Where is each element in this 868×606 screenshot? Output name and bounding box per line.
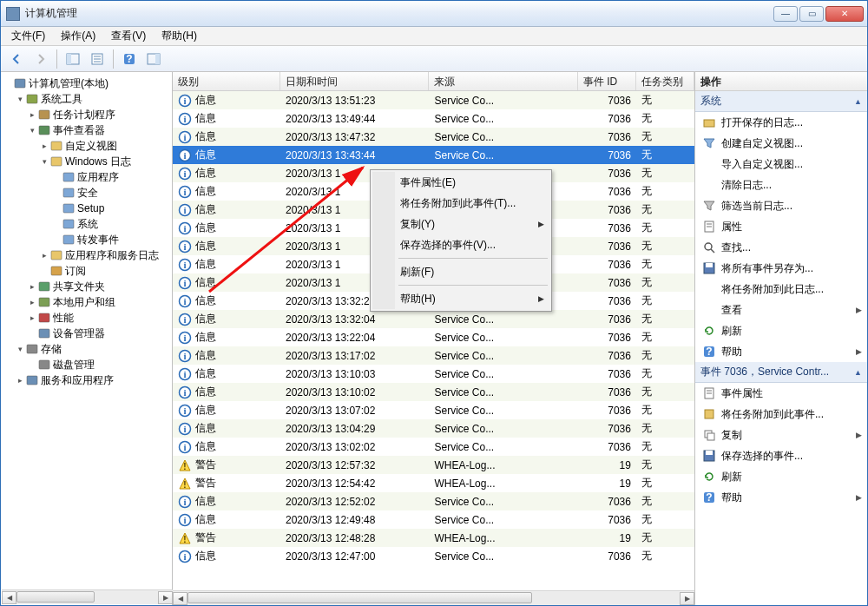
actions-section-system[interactable]: 系统▲ (695, 91, 867, 112)
table-row[interactable]: i信息2020/3/13 12:47:00Service Co...7036无 (173, 547, 694, 565)
context-menu-item[interactable]: 帮助(H)▶ (372, 288, 549, 309)
tree-item[interactable]: ▸性能 (1, 310, 172, 326)
table-row[interactable]: i信息2020/3/13 13:10:02Service Co...7036无 (173, 383, 694, 401)
scroll-left-button[interactable]: ◀ (173, 592, 187, 605)
scroll-right-button[interactable]: ▶ (158, 591, 173, 604)
titlebar[interactable]: 计算机管理 — ▭ ✕ (1, 1, 867, 27)
context-menu-item[interactable]: 刷新(F) (372, 261, 549, 282)
tree-item[interactable]: 安全 (1, 185, 172, 201)
action-item[interactable]: 复制▶ (695, 425, 867, 445)
tree-twisty[interactable]: ▸ (15, 376, 25, 385)
close-button[interactable]: ✕ (825, 6, 864, 22)
tree-item[interactable]: 应用程序 (1, 169, 172, 185)
tree-twisty[interactable]: ▸ (39, 142, 49, 150)
context-menu[interactable]: 事件属性(E)将任务附加到此事件(T)...复制(Y)▶保存选择的事件(V)..… (370, 169, 552, 312)
table-row[interactable]: i信息2020/3/13 13:04:29Service Co...7036无 (173, 419, 694, 438)
action-pane-button[interactable] (143, 49, 164, 69)
tree-twisty[interactable]: ▸ (27, 313, 37, 322)
actions-section-event[interactable]: 事件 7036，Service Contr...▲ (695, 362, 867, 383)
tree-twisty[interactable]: ▾ (15, 95, 25, 103)
action-item[interactable]: 筛选当前日志... (695, 195, 867, 216)
table-row[interactable]: i信息2020/3/13 12:52:02Service Co...7036无 (173, 492, 694, 510)
back-button[interactable] (6, 49, 27, 69)
tree-item[interactable]: 设备管理器 (1, 326, 172, 341)
action-item[interactable]: 查看▶ (695, 300, 867, 320)
column-header[interactable]: 日期和时间 (280, 72, 429, 90)
context-menu-item[interactable]: 保存选择的事件(V)... (372, 234, 549, 255)
scroll-left-button[interactable]: ◀ (2, 591, 16, 604)
tree-item[interactable]: 计算机管理(本地) (1, 76, 172, 91)
tree-item[interactable]: 转发事件 (1, 232, 172, 247)
action-item[interactable]: 将任务附加到此日志... (695, 279, 867, 300)
tree-item[interactable]: 系统 (1, 216, 172, 232)
context-menu-item[interactable]: 复制(Y)▶ (372, 214, 549, 234)
menu-item[interactable]: 操作(A) (54, 27, 102, 45)
tree-item[interactable]: Setup (1, 201, 172, 216)
column-header[interactable]: 任务类别 (636, 72, 694, 90)
tree-item[interactable]: ▸服务和应用程序 (1, 372, 172, 388)
action-item[interactable]: 导入自定义视图... (695, 154, 867, 175)
tree-item[interactable]: ▾存储 (1, 341, 172, 357)
list-hscrollbar[interactable]: ◀ ▶ (173, 590, 694, 605)
table-row[interactable]: i信息2020/3/13 13:51:23Service Co...7036无 (173, 91, 694, 109)
action-item[interactable]: 查找... (695, 237, 867, 258)
column-header[interactable]: 事件 ID (578, 72, 636, 90)
list-body[interactable]: i信息2020/3/13 13:51:23Service Co...7036无i… (173, 91, 694, 590)
tree-twisty[interactable]: ▾ (39, 157, 49, 166)
menu-item[interactable]: 查看(V) (104, 27, 153, 45)
forward-button[interactable] (30, 49, 51, 69)
action-item[interactable]: 保存选择的事件... (695, 445, 867, 466)
help-button[interactable]: ? (119, 49, 140, 69)
tree-twisty[interactable]: ▸ (27, 110, 37, 119)
minimize-button[interactable]: — (773, 6, 798, 22)
tree-hscrollbar[interactable]: ◀ ▶ (2, 590, 173, 604)
table-row[interactable]: i信息2020/3/13 13:43:44Service Co...7036无 (173, 146, 694, 164)
tree-item[interactable]: 磁盘管理 (1, 357, 172, 372)
table-row[interactable]: i信息2020/3/13 13:07:02Service Co...7036无 (173, 401, 694, 419)
menu-item[interactable]: 文件(F) (4, 27, 52, 45)
tree-item[interactable]: ▾系统工具 (1, 91, 172, 107)
menu-item[interactable]: 帮助(H) (155, 27, 204, 45)
table-row[interactable]: i信息2020/3/13 13:47:32Service Co...7036无 (173, 128, 694, 146)
scroll-right-button[interactable]: ▶ (680, 592, 694, 605)
context-menu-item[interactable]: 将任务附加到此事件(T)... (372, 193, 549, 214)
action-item[interactable]: 属性 (695, 216, 867, 237)
table-row[interactable]: i信息2020/3/13 13:17:02Service Co...7036无 (173, 346, 694, 365)
table-row[interactable]: !警告2020/3/13 12:57:32WHEA-Log...19无 (173, 456, 694, 474)
action-item[interactable]: ?帮助▶ (695, 341, 867, 362)
tree-item[interactable]: ▸本地用户和组 (1, 294, 172, 310)
tree-twisty[interactable]: ▸ (27, 298, 37, 306)
table-row[interactable]: i信息2020/3/13 13:49:44Service Co...7036无 (173, 109, 694, 128)
tree-item[interactable]: ▾Windows 日志 (1, 154, 172, 169)
tree-item[interactable]: 订阅 (1, 263, 172, 279)
action-item[interactable]: ?帮助▶ (695, 487, 867, 508)
tree-pane[interactable]: 计算机管理(本地)▾系统工具▸任务计划程序▾事件查看器▸自定义视图▾Window… (1, 72, 173, 605)
tree-item[interactable]: ▸任务计划程序 (1, 107, 172, 122)
action-item[interactable]: 打开保存的日志... (695, 112, 867, 133)
action-item[interactable]: 事件属性 (695, 383, 867, 404)
table-row[interactable]: i信息2020/3/13 13:22:04Service Co...7036无 (173, 328, 694, 346)
action-item[interactable]: 清除日志... (695, 175, 867, 195)
column-header[interactable]: 级别 (173, 72, 280, 90)
context-menu-item[interactable]: 事件属性(E) (372, 172, 549, 193)
show-hide-tree-button[interactable] (62, 49, 83, 69)
action-item[interactable]: 将所有事件另存为... (695, 258, 867, 279)
tree-twisty[interactable]: ▾ (15, 345, 25, 353)
action-item[interactable]: 创建自定义视图... (695, 133, 867, 154)
table-row[interactable]: i信息2020/3/13 13:32:04Service Co...7036无 (173, 310, 694, 328)
tree-item[interactable]: ▸应用程序和服务日志 (1, 247, 172, 263)
action-item[interactable]: 刷新 (695, 320, 867, 341)
tree-item[interactable]: ▸自定义视图 (1, 138, 172, 154)
table-row[interactable]: !警告2020/3/13 12:48:28WHEA-Log...19无 (173, 529, 694, 547)
table-row[interactable]: i信息2020/3/13 13:10:03Service Co...7036无 (173, 365, 694, 383)
properties-button[interactable] (87, 49, 108, 69)
action-item[interactable]: 刷新 (695, 466, 867, 487)
tree-twisty[interactable]: ▸ (39, 251, 49, 260)
maximize-button[interactable]: ▭ (799, 6, 824, 22)
tree-twisty[interactable]: ▸ (27, 282, 37, 291)
table-row[interactable]: !警告2020/3/13 12:54:42WHEA-Log...19无 (173, 474, 694, 492)
table-row[interactable]: i信息2020/3/13 13:02:02Service Co...7036无 (173, 438, 694, 456)
tree-twisty[interactable]: ▾ (27, 126, 37, 135)
table-row[interactable]: i信息2020/3/13 12:49:48Service Co...7036无 (173, 510, 694, 529)
tree-item[interactable]: ▸共享文件夹 (1, 279, 172, 294)
